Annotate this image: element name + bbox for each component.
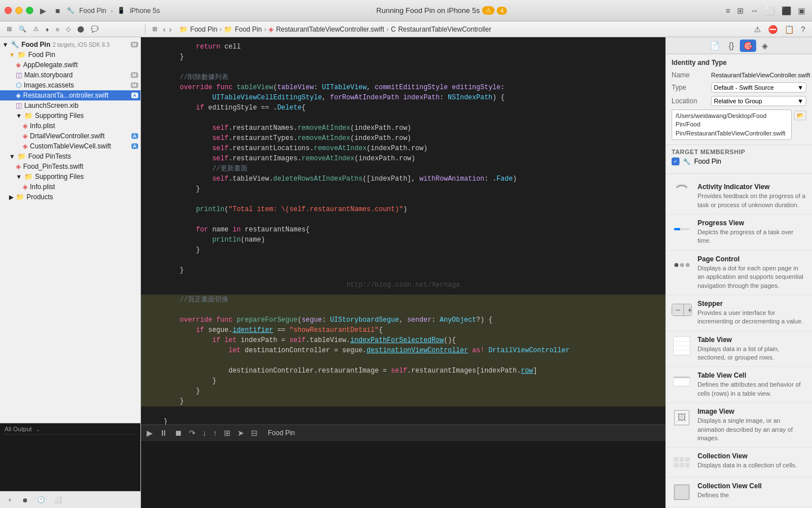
sidebar-item-drtailvc[interactable]: ◈ DrtailViewController.swift A <box>0 131 140 141</box>
location-select[interactable]: Relative to Group ▼ <box>711 96 806 106</box>
app-icon: 🔧 <box>67 7 74 14</box>
window-controls[interactable] <box>5 7 33 14</box>
toolbar-icon-8[interactable]: 💬 <box>89 24 101 34</box>
plist-icon-2: ◈ <box>23 183 28 191</box>
toolbar-icon-4[interactable]: ♦ <box>43 25 51 34</box>
browse-button[interactable]: 📂 <box>794 111 806 120</box>
editor-area: return cell } //削除數據列表 override <box>141 37 665 508</box>
debug-stop[interactable]: ⏹ <box>173 427 183 439</box>
widget-collectionviewcell[interactable]: Collection View Cell Defines the <box>666 478 812 507</box>
code-line: for name in restaurantNames{ <box>141 225 665 235</box>
inspector-identity-btn[interactable]: 🎯 <box>740 40 756 52</box>
debug-send[interactable]: ➤ <box>236 427 245 439</box>
debug-stepover[interactable]: ↷ <box>188 427 197 439</box>
nav-back[interactable]: ‹ <box>162 24 167 35</box>
debug-pause[interactable]: ⏸ <box>158 427 169 439</box>
sidebar-item-customcell[interactable]: ◈ CustomTableViewCell.swift A <box>0 141 140 151</box>
debug-continue[interactable]: ▶ <box>145 427 154 439</box>
run-button[interactable]: ▶ <box>38 5 48 16</box>
widget-progress[interactable]: Progress View Depicts the progress of a … <box>666 214 812 251</box>
inspector-quick-btn[interactable]: {} <box>725 40 737 52</box>
widget-desc-pagecontrol: Displays a dot for each open page in an … <box>698 264 806 290</box>
maximize-button[interactable] <box>26 7 33 14</box>
view-toggle-5[interactable]: ⬛ <box>779 5 793 16</box>
sidebar-item-foodpin[interactable]: ▼ 📁 Food Pin <box>0 50 140 60</box>
sidebar-item-launchscreen[interactable]: ◫ LaunchScreen.xib <box>0 100 140 111</box>
watermark: http://blog.csdn.net/Xernaga <box>141 275 665 295</box>
widget-stepper[interactable]: − + Stepper Provides a user interface fo… <box>666 295 812 331</box>
filepath-area: /Users/weidawang/Desktop/Food Pin/Food P… <box>672 110 806 140</box>
widget-pagecontrol[interactable]: Page Control Displays a dot for each ope… <box>666 251 812 295</box>
app-name-label: Food Pin <box>79 7 106 15</box>
help-button[interactable]: ? <box>798 24 807 35</box>
add-button[interactable]: ＋ <box>5 494 15 505</box>
toolbar-icon-6[interactable]: ◇ <box>64 24 73 34</box>
target-checkbox[interactable]: ✓ <box>672 157 679 165</box>
close-button[interactable] <box>5 7 12 14</box>
debug-share[interactable]: ⊞ <box>223 427 232 439</box>
breadcrumb-item-4[interactable]: C RestaurantTableViewController <box>391 25 491 33</box>
code-editor[interactable]: return cell } //削除數據列表 override <box>141 37 665 424</box>
breadcrumb-item-3[interactable]: ◈ RestaurantTableViewController.swift <box>268 25 384 33</box>
code-line: } <box>141 245 665 255</box>
view-toggle-3[interactable]: ↔ <box>748 5 761 16</box>
breadcrumb-item-2[interactable]: 📁 Food Pin <box>224 25 262 33</box>
toolbar-icon-5[interactable]: ≡ <box>54 25 61 34</box>
inspector-toggle[interactable]: 📋 <box>782 24 796 35</box>
sidebar-item-xcassets[interactable]: ⬡ Images.xcassets M <box>0 80 140 90</box>
sidebar-item-products[interactable]: ▶ 📁 Products <box>0 192 140 202</box>
breadcrumb-label-4: RestaurantTableViewController <box>398 25 491 33</box>
error-icon[interactable]: ⛔ <box>766 24 780 35</box>
view-toggle-1[interactable]: ≡ <box>723 5 732 16</box>
sidebar-item-restaurantvc[interactable]: ◈ RestaurantTa...ontroller.swift A <box>0 90 140 100</box>
stop-button[interactable]: ■ <box>53 5 62 16</box>
widget-activity[interactable]: Activity Indicator View Provides feedbac… <box>666 178 812 214</box>
filter-button[interactable]: ⏺ <box>20 496 30 505</box>
code-line-highlighted: } <box>141 386 665 396</box>
sidebar-item-supporting1[interactable]: ▼ 📁 Supporting Files <box>0 111 140 121</box>
running-text: Running Food Pin on iPhone 5s <box>376 6 480 15</box>
output-menu[interactable]: ⌄ <box>36 426 41 432</box>
code-content[interactable]: return cell } //削除數據列表 override <box>141 37 665 424</box>
code-line: } <box>141 184 665 194</box>
sidebar-item-pintests[interactable]: ◈ Food_PinTests.swift <box>0 161 140 172</box>
toolbar-icon-7[interactable]: ⬤ <box>75 24 86 34</box>
sidebar-item-tests[interactable]: ▼ 📁 Food PinTests <box>0 151 140 161</box>
warning-icon[interactable]: ⚠ <box>752 24 764 35</box>
inspector-connections-btn[interactable]: ◈ <box>758 40 771 52</box>
debug-stepout[interactable]: ↑ <box>212 427 218 439</box>
history-button[interactable]: 🕐 <box>35 495 47 505</box>
sidebar-item-infoplist1[interactable]: ◈ Info.plist <box>0 121 140 131</box>
widget-library: Activity Indicator View Provides feedbac… <box>666 176 812 508</box>
customcell-badge: A <box>131 143 139 149</box>
inspector-file-btn[interactable]: 📄 <box>707 40 723 52</box>
minimize-button[interactable] <box>15 7 23 14</box>
widget-name-collectionviewcell: Collection View Cell <box>698 482 806 490</box>
sidebar-bottom: ＋ ⏺ 🕐 ⬜ <box>0 491 140 508</box>
widget-tableview[interactable]: Table View Displays data in a list of pl… <box>666 331 812 367</box>
debug-stepin[interactable]: ↓ <box>201 427 208 439</box>
widget-collectionview[interactable]: Collection View Displays data in a colle… <box>666 448 812 478</box>
code-line-highlighted: destinationController.restaurantImage = … <box>141 366 665 376</box>
console-button[interactable]: ⬜ <box>52 495 64 505</box>
view-toggle-4[interactable]: ⬜ <box>763 5 777 16</box>
breadcrumb-item-1[interactable]: 📁 Food Pin <box>179 25 217 33</box>
type-select[interactable]: Default - Swift Source ▼ <box>711 82 806 93</box>
sidebar-item-infoplist2[interactable]: ◈ Info.plist <box>0 182 140 192</box>
debug-view[interactable]: ⊟ <box>250 427 259 439</box>
view-2col[interactable]: ⊞ <box>150 24 160 34</box>
tree-root[interactable]: ▼ 🔧 Food Pin 2 targets, iOS SDK 8.3 M <box>0 40 140 50</box>
view-toggle-2[interactable]: ⊞ <box>735 5 746 16</box>
toolbar-icon-2[interactable]: 🔍 <box>16 24 29 34</box>
sidebar-item-mainstoryboard[interactable]: ◫ Main.storyboard M <box>0 70 140 80</box>
nav-forward[interactable]: › <box>168 24 173 35</box>
toolbar-right: ≡ ⊞ ↔ ⬜ ⬛ ▣ <box>723 5 807 16</box>
widget-tableviewcell[interactable]: Table View Cell Defines the attributes a… <box>666 367 812 403</box>
toolbar-icon-1[interactable]: ⊞ <box>5 24 14 34</box>
view-toggle-6[interactable]: ▣ <box>796 5 807 16</box>
toolbar-icon-3[interactable]: ⚠ <box>31 24 41 34</box>
sidebar-item-supporting2[interactable]: ▼ 📁 Supporting Files <box>0 172 140 182</box>
widget-imageview[interactable]: 🖼 Image View Displays a single image, or… <box>666 403 812 448</box>
sidebar-item-appdelegate[interactable]: ◈ AppDelegate.swift <box>0 60 140 70</box>
identity-type-section: Identity and Type Name RestaurantTableVi… <box>666 54 812 145</box>
